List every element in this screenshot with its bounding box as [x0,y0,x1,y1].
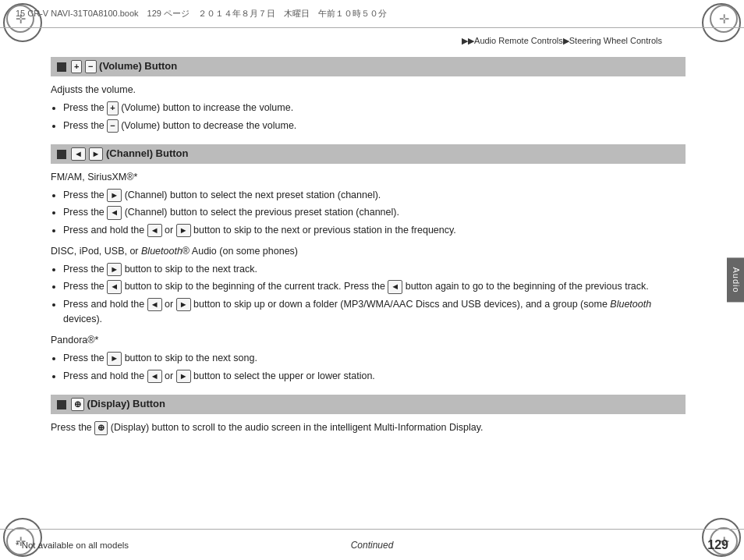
heading-block-icon-3 [57,400,66,409]
volume-body: Adjusts the volume. [51,83,686,97]
pandora-bullet-2: Press and hold the ◄ or ► button to sele… [63,369,686,384]
next-hold-btn-1: ► [176,224,191,237]
footer-continued: Continued [253,540,491,551]
fmam-subsection: FM/AM, SiriusXM®* Press the ► (Channel) … [51,170,686,238]
next-hold-btn-3: ► [176,370,191,383]
heading-block-icon [57,62,66,72]
display-heading: ⊕ (Display) Button [51,395,686,414]
disc-label: DISC, iPod, USB, or Bluetooth® Audio (on… [51,244,686,259]
minus-icon: − [85,60,96,73]
fmam-bullet-2: Press the ◄ (Channel) button to select t… [63,205,686,220]
next-track-btn: ► [107,263,122,276]
pandora-bullet-1: Press the ► button to skip to the next s… [63,351,686,366]
prev-hold-btn-1: ◄ [147,224,162,237]
main-content: ▶▶Audio Remote Controls▶Steering Wheel C… [43,28,701,529]
fmam-bullets: Press the ► (Channel) button to select t… [63,188,686,238]
channel-section: ◄ ► (Channel) Button FM/AM, SiriusXM®* P… [51,144,686,384]
volume-heading: + − (Volume) Button [51,57,686,76]
next-song-btn: ► [107,352,122,365]
next-channel-icon: ► [89,147,104,161]
header-file-info: 15 CR-V NAVI-31T0A8100.book 129 ページ ２０１４… [16,8,728,19]
sidebar-tab: Audio [727,257,744,302]
display-section: ⊕ (Display) Button Press the ⊕ (Display)… [51,395,686,435]
plus-btn-inline: + [107,101,118,115]
disc-subsection: DISC, iPod, USB, or Bluetooth® Audio (on… [51,244,686,327]
prev-hold-btn-2: ◄ [147,298,162,311]
footer-page-number: 129 [491,538,728,552]
volume-section: + − (Volume) Button Adjusts the volume. … [51,57,686,133]
next-hold-btn-2: ► [176,298,191,311]
breadcrumb: ▶▶Audio Remote Controls▶Steering Wheel C… [51,36,686,46]
prev-track-btn-1: ◄ [107,280,122,293]
pandora-label: Pandora®* [51,333,686,348]
top-header: 15 CR-V NAVI-31T0A8100.book 129 ページ ２０１４… [0,0,744,28]
volume-heading-text: + − (Volume) Button [71,60,177,73]
footer: * Not available on all models Continued … [0,529,744,560]
heading-block-icon-2 [57,150,66,159]
volume-bullet-2: Press the − (Volume) button to decrease … [63,119,686,133]
pandora-bullets: Press the ► button to skip to the next s… [63,351,686,384]
channel-heading-text: ◄ ► (Channel) Button [71,147,188,161]
plus-icon: + [71,60,82,73]
channel-heading: ◄ ► (Channel) Button [51,144,686,164]
disc-bullet-1: Press the ► button to skip to the next t… [63,262,686,277]
display-inline-btn: ⊕ [94,421,108,434]
display-body: Press the ⊕ (Display) button to scroll t… [51,420,686,435]
pandora-subsection: Pandora®* Press the ► button to skip to … [51,333,686,384]
volume-bullet-1: Press the + (Volume) button to increase … [63,101,686,115]
footer-footnote: * Not available on all models [16,541,253,550]
prev-ch-btn-1: ◄ [107,206,122,219]
prev-track-btn-2: ◄ [388,280,402,293]
prev-channel-icon: ◄ [71,147,86,161]
fmam-bullet-3: Press and hold the ◄ or ► button to skip… [63,223,686,238]
disc-bullet-2: Press the ◄ button to skip to the beginn… [63,279,686,294]
volume-bullets: Press the + (Volume) button to increase … [63,101,686,133]
fmam-label: FM/AM, SiriusXM®* [51,170,686,185]
next-ch-btn-1: ► [107,189,122,202]
prev-hold-btn-3: ◄ [147,370,162,383]
disc-bullets: Press the ► button to skip to the next t… [63,262,686,328]
minus-btn-inline: − [107,119,118,133]
fmam-bullet-1: Press the ► (Channel) button to select t… [63,188,686,203]
disc-bullet-3: Press and hold the ◄ or ► button to skip… [63,297,686,328]
display-btn-icon: ⊕ [71,398,84,411]
display-heading-text: ⊕ (Display) Button [71,398,165,411]
